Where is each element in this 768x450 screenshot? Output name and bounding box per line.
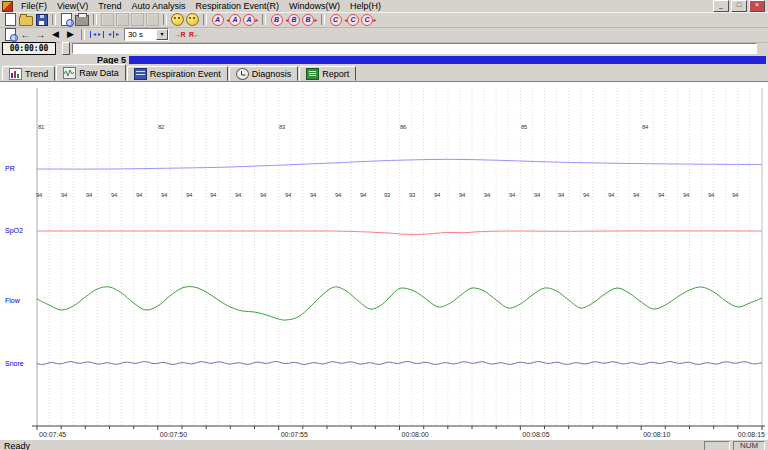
waveform-plot[interactable]: 00:07:4500:07:5000:07:5500:08:0000:08:05… bbox=[0, 82, 768, 440]
next-c-event-icon[interactable]: C▸ bbox=[361, 13, 376, 26]
minimize-button[interactable]: _ bbox=[713, 0, 729, 12]
tab-trend[interactable]: Trend bbox=[2, 66, 55, 81]
spo2-value: 94 bbox=[732, 192, 738, 198]
goto-prev-r-icon[interactable]: R← bbox=[188, 28, 201, 41]
position-slider-handle[interactable] bbox=[62, 42, 70, 55]
app-icon[interactable] bbox=[2, 1, 13, 12]
status-panel-empty bbox=[704, 441, 730, 450]
interval-value: 30 s bbox=[125, 30, 156, 39]
x-axis-label: 00:07:55 bbox=[281, 431, 308, 438]
menu-items: File(F)View(V)TrendAuto AnalysisRespirat… bbox=[16, 1, 386, 12]
step-back-icon[interactable]: ← bbox=[19, 28, 32, 41]
toolbar-separator bbox=[93, 14, 97, 25]
menu-item-windows-w[interactable]: Windows(W) bbox=[284, 1, 345, 11]
prev-a-event-icon[interactable]: ◂A bbox=[226, 13, 241, 26]
center-cursor-icon[interactable]: ◄► bbox=[107, 28, 120, 41]
spo2-value: 94 bbox=[434, 192, 440, 198]
menu-item-respiration-event-r[interactable]: Respiration Event(R) bbox=[191, 1, 285, 11]
waveform-chart-area[interactable]: 00:07:4500:07:5000:07:5500:08:0000:08:05… bbox=[0, 81, 768, 440]
menu-item-file-f[interactable]: File(F) bbox=[16, 1, 52, 11]
prev-c-event-icon[interactable]: ◂C bbox=[344, 13, 359, 26]
tab-raw-data[interactable]: Raw Data bbox=[56, 64, 126, 81]
toolbar-separator bbox=[321, 14, 325, 25]
spo2-value: 94 bbox=[658, 192, 664, 198]
mark-a-event-icon[interactable]: A bbox=[211, 13, 224, 26]
interval-dropdown-arrow[interactable]: ▾ bbox=[156, 29, 168, 40]
spo2-value: 94 bbox=[335, 192, 341, 198]
restore-button[interactable]: □ bbox=[731, 0, 747, 12]
spo2-value: 94 bbox=[86, 192, 92, 198]
spo2-value: 94 bbox=[111, 192, 117, 198]
position-slider-track[interactable] bbox=[72, 43, 757, 54]
next-b-event-icon[interactable]: B▸ bbox=[302, 13, 317, 26]
spo2-value: 94 bbox=[583, 192, 589, 198]
toolbar-separator bbox=[81, 29, 85, 40]
menu-item-help-h[interactable]: Help(H) bbox=[345, 1, 386, 11]
next-a-event-icon[interactable]: A▸ bbox=[243, 13, 258, 26]
main-toolbar: A◂AA▸B◂BB▸C◂CC▸ bbox=[0, 12, 768, 28]
zoom-disabled-3-icon[interactable] bbox=[131, 13, 144, 26]
trend-tab-icon bbox=[9, 68, 22, 80]
interval-combobox[interactable]: 30 s▾ bbox=[124, 28, 169, 41]
page-back-icon[interactable]: ◀ bbox=[49, 28, 62, 41]
zoom-view-icon[interactable] bbox=[4, 28, 17, 41]
status-bar: Ready NUM bbox=[0, 439, 768, 450]
spo2-value: 94 bbox=[534, 192, 540, 198]
tab-label: Respiration Event bbox=[150, 69, 221, 79]
report-tab-icon bbox=[306, 68, 319, 80]
pr-value: 86 bbox=[400, 124, 406, 130]
zoom-disabled-4-icon[interactable] bbox=[146, 13, 159, 26]
spo2-value: 94 bbox=[608, 192, 614, 198]
event-summary-icon[interactable] bbox=[171, 13, 184, 26]
step-forward-icon[interactable]: → bbox=[34, 28, 47, 41]
channel-label-pr: PR bbox=[5, 165, 15, 172]
zoom-disabled-1-icon[interactable] bbox=[101, 13, 114, 26]
diagnosis-tab-icon bbox=[236, 68, 249, 80]
event-list-icon[interactable] bbox=[186, 13, 199, 26]
new-file-icon[interactable] bbox=[4, 13, 17, 26]
spo2-value: 94 bbox=[61, 192, 67, 198]
status-message: Ready bbox=[0, 441, 30, 450]
tab-label: Trend bbox=[25, 69, 48, 79]
tab-bar: TrendRaw DataRespiration EventDiagnosisR… bbox=[0, 65, 768, 81]
goto-next-r-icon[interactable]: →R bbox=[173, 28, 186, 41]
page-forward-icon[interactable]: ▶ bbox=[64, 28, 77, 41]
spo2-value: 94 bbox=[558, 192, 564, 198]
flow-trace bbox=[37, 287, 762, 320]
spo2-value: 93 bbox=[384, 192, 390, 198]
menu-item-view-v[interactable]: View(V) bbox=[52, 1, 93, 11]
mark-b-event-icon[interactable]: B bbox=[270, 13, 283, 26]
pr-value: 83 bbox=[279, 124, 285, 130]
close-button[interactable]: × bbox=[749, 0, 765, 12]
navigation-toolbar: ←→◀▶◄►◄►30 s▾→RR← bbox=[0, 27, 768, 43]
spo2-value: 94 bbox=[161, 192, 167, 198]
channel-label-snore: Snore bbox=[5, 360, 24, 367]
spo2-value: 94 bbox=[186, 192, 192, 198]
respiration-event-tab-icon bbox=[134, 68, 147, 80]
toolbar-separator bbox=[52, 14, 56, 25]
status-num-indicator: NUM bbox=[733, 441, 765, 450]
channel-label-flow: Flow bbox=[5, 297, 20, 304]
window-controls: _□× bbox=[713, 0, 765, 12]
open-file-icon[interactable] bbox=[19, 13, 33, 26]
zoom-disabled-2-icon[interactable] bbox=[116, 13, 129, 26]
tab-report[interactable]: Report bbox=[299, 66, 356, 81]
tab-diagnosis[interactable]: Diagnosis bbox=[229, 66, 299, 81]
pr-value: 81 bbox=[38, 124, 44, 130]
menu-item-trend[interactable]: Trend bbox=[93, 1, 126, 11]
mark-c-event-icon[interactable]: C bbox=[329, 13, 342, 26]
tab-label: Report bbox=[322, 69, 349, 79]
spo2-value: 94 bbox=[484, 192, 490, 198]
fit-width-icon[interactable]: ◄► bbox=[89, 28, 105, 41]
spo2-value: 94 bbox=[310, 192, 316, 198]
pr-value: 82 bbox=[158, 124, 164, 130]
print-icon[interactable] bbox=[75, 13, 89, 26]
page-progress-bar[interactable] bbox=[129, 56, 766, 64]
menu-item-auto-analysis[interactable]: Auto Analysis bbox=[127, 1, 191, 11]
prev-b-event-icon[interactable]: ◂B bbox=[285, 13, 300, 26]
print-preview-icon[interactable] bbox=[60, 13, 73, 26]
save-icon[interactable] bbox=[35, 13, 48, 26]
x-axis-label: 00:08:05 bbox=[522, 431, 549, 438]
tab-respiration-event[interactable]: Respiration Event bbox=[127, 66, 228, 81]
spo2-value: 94 bbox=[459, 192, 465, 198]
